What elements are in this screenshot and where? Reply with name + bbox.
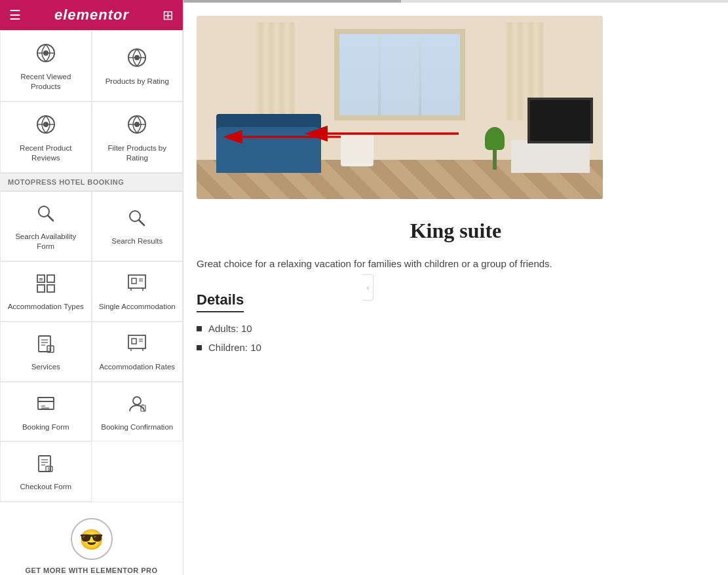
accommodation-types-icon — [36, 274, 56, 297]
widget-accommodation-rates-label: Accommodation Rates — [99, 362, 175, 372]
widget-recent-viewed-products[interactable]: Recent Viewed Products — [0, 30, 92, 102]
chair — [341, 134, 374, 166]
svg-rect-18 — [37, 285, 45, 292]
wordpress-icon-2 — [126, 47, 147, 71]
widget-single-accommodation-label: Single Accommodation — [99, 302, 176, 312]
top-bar: ☰ elementor ⊞ — [0, 0, 183, 30]
content-area: King suite Great choice for a relaxing v… — [183, 3, 728, 575]
grid-icon[interactable]: ⊞ — [163, 7, 174, 23]
widget-search-availability-label: Search Availability Form — [6, 232, 86, 251]
svg-rect-40 — [38, 398, 54, 409]
widget-single-accommodation[interactable]: Single Accommodation — [92, 261, 183, 322]
svg-point-44 — [133, 397, 141, 405]
widget-services-label: Services — [31, 362, 60, 372]
accommodation-rates-icon — [127, 334, 147, 357]
svg-line-13 — [48, 215, 53, 221]
hotel-booking-section-header: MOTOPRESS HOTEL BOOKING — [0, 173, 183, 191]
room-title: King suite — [197, 219, 715, 243]
detail-children: Children: 10 — [197, 342, 715, 353]
booking-form-icon — [36, 394, 56, 417]
svg-rect-25 — [132, 278, 136, 284]
checkout-form-icon: $ — [36, 454, 56, 477]
svg-rect-41 — [38, 398, 54, 401]
search-availability-icon — [36, 204, 56, 227]
detail-bullet-adults — [197, 326, 202, 331]
pro-section: 😎 GET MORE WITH ELEMENTOR PRO GO PRO — [0, 502, 183, 575]
booking-confirmation-icon — [127, 394, 147, 417]
svg-text:$: $ — [47, 467, 50, 472]
svg-rect-19 — [47, 285, 54, 292]
room-image-container — [197, 16, 603, 199]
widget-accommodation-rates[interactable]: Accommodation Rates — [92, 322, 183, 382]
widget-checkout-form-label: Checkout Form — [20, 482, 71, 492]
woocommerce-widget-grid: Recent Viewed Products Products by Ratin… — [0, 30, 183, 173]
pro-avatar: 😎 — [71, 518, 113, 560]
detail-bullet-children — [197, 345, 202, 350]
pro-text: GET MORE WITH ELEMENTOR PRO — [25, 566, 157, 574]
widget-recent-product-reviews[interactable]: Recent Product Reviews — [0, 102, 92, 173]
widget-recent-viewed-products-label: Recent Viewed Products — [6, 72, 86, 92]
detail-adults: Adults: 10 — [197, 323, 715, 334]
svg-rect-37 — [132, 339, 136, 344]
collapse-sidebar-handle[interactable]: ‹ — [363, 274, 374, 301]
widget-products-by-rating-label: Products by Rating — [105, 77, 169, 86]
widget-booking-confirmation[interactable]: Booking Confirmation — [92, 382, 183, 442]
widget-search-results[interactable]: Search Results — [92, 191, 183, 261]
plant — [485, 127, 505, 166]
widget-products-by-rating[interactable]: Products by Rating — [92, 30, 183, 102]
tv-stand — [511, 140, 590, 173]
main-content: King suite Great choice for a relaxing v… — [183, 0, 728, 575]
widget-checkout-form[interactable]: $ Checkout Form — [0, 441, 92, 502]
svg-rect-22 — [128, 275, 145, 288]
svg-text:$: $ — [48, 346, 52, 352]
pro-avatar-icon: 😎 — [79, 528, 104, 551]
widget-booking-form-label: Booking Form — [22, 422, 69, 432]
widget-booking-form[interactable]: Booking Form — [0, 382, 92, 442]
widget-filter-products-by-rating[interactable]: Filter Products by Rating — [92, 102, 183, 173]
svg-rect-34 — [128, 335, 145, 348]
tv — [527, 98, 593, 143]
search-results-icon — [127, 208, 147, 231]
svg-rect-17 — [47, 275, 54, 282]
curtain-left — [256, 22, 295, 121]
widget-filter-products-by-rating-label: Filter Products by Rating — [98, 143, 178, 163]
widget-booking-confirmation-label: Booking Confirmation — [101, 422, 173, 432]
room-image — [197, 16, 603, 199]
detail-children-label: Children: 10 — [208, 342, 261, 353]
widget-accommodation-types[interactable]: Accommodation Types — [0, 261, 92, 322]
wordpress-icon-3 — [35, 114, 56, 138]
widget-search-results-label: Search Results — [111, 236, 163, 246]
wordpress-icon-1 — [35, 43, 56, 67]
detail-adults-label: Adults: 10 — [208, 323, 252, 334]
hotel-booking-widget-grid: Search Availability Form Search Results — [0, 191, 183, 502]
single-accommodation-icon — [127, 274, 147, 297]
wordpress-icon-4 — [126, 114, 147, 138]
chevron-left-icon: ‹ — [367, 284, 369, 291]
hamburger-icon[interactable]: ☰ — [9, 7, 21, 23]
widget-accommodation-types-label: Accommodation Types — [8, 302, 84, 312]
details-title: Details — [197, 291, 244, 312]
widget-recent-product-reviews-label: Recent Product Reviews — [6, 143, 86, 163]
elementor-logo: elementor — [54, 7, 129, 24]
services-icon: $ — [36, 334, 56, 357]
room-window — [334, 29, 465, 121]
sidebar: ☰ elementor ⊞ Recent Viewed Products — [0, 0, 183, 575]
sofa — [216, 127, 321, 173]
widget-services[interactable]: $ Services — [0, 322, 92, 382]
svg-line-15 — [139, 220, 144, 225]
widget-search-availability-form[interactable]: Search Availability Form — [0, 191, 92, 261]
room-description: Great choice for a relaxing vacation for… — [197, 256, 715, 272]
